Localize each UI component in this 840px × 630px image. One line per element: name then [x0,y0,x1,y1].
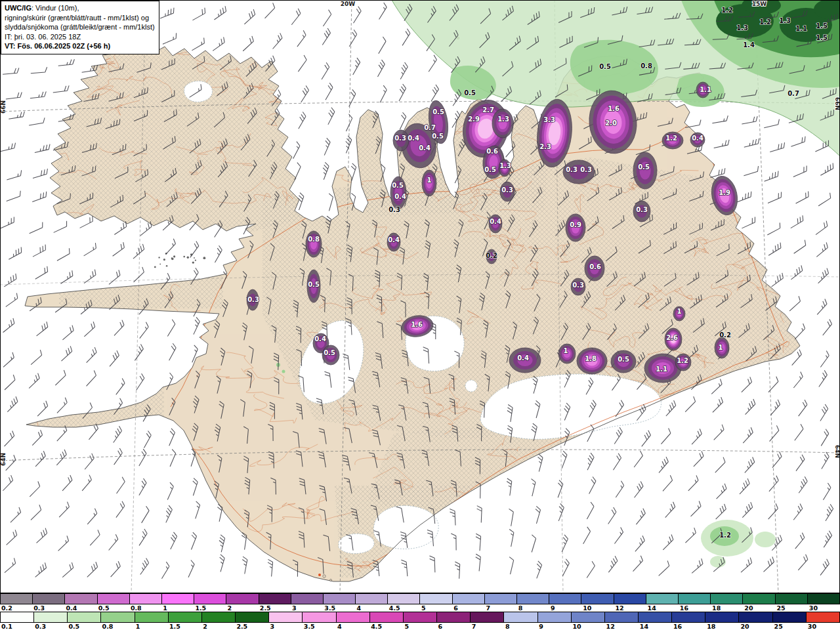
colorbar-swatch [705,612,739,622]
precip-value-label: 0.3 [394,135,406,142]
precip-value-label: 1.5 [816,34,828,41]
precip-value-label: 1.5 [816,22,828,30]
colorbar-swatch [517,594,549,604]
colorbar-tick-label: 16 [680,604,688,612]
colorbar-swatch [420,594,452,604]
colorbar-swatch [324,594,356,604]
colorbar-swatch [572,612,605,622]
precip-value-label: 0.7 [788,90,799,97]
colorbar-tick-label: 18 [707,623,715,630]
colorbar-swatch [743,594,775,604]
graticule-label: 66N [834,97,840,110]
precip-value-label: 0.6 [589,263,601,270]
colorbar-swatch [646,594,679,604]
colorbar-tick-label: 20 [740,623,749,630]
precip-value-label: 1.1 [795,25,807,32]
colorbar-swatch [303,612,336,622]
colorbar-swatch [672,612,705,622]
precip-value-label: 0.5 [464,89,476,96]
colorbar-swatch [807,612,840,622]
colorbar-tick-label: 8 [518,604,523,612]
colorbar-tick-label: 4 [337,623,342,630]
colorbar-tick-label: 10 [583,604,591,612]
colorbar-tick-label: 0.5 [98,604,110,612]
precip-cell [492,109,513,138]
colorbar-swatch [370,612,404,622]
colorbar-tick-label: 3.5 [324,604,335,612]
islet [166,265,168,267]
precip-value-label: 1.2 [719,532,731,539]
precip-value-label: 0.8 [640,62,652,70]
precip-value-label: 2.7 [482,106,494,114]
precip-value-label: 1.6 [608,105,620,112]
precip-value-label: 0.5 [432,108,444,116]
island-vestmannaeyjar [323,575,326,578]
colorbar-swatch [538,612,572,622]
precip-cell [633,152,657,189]
colorbar-tick-label: 0.2 [1,604,12,612]
colorbar-swatch [202,612,236,622]
colorbar-sleet-snow-labels: 0.20.30.40.50.811.522.533.544.5567891012… [0,604,840,612]
colorbar-tick-label: 14 [640,623,648,630]
precip-value-label: 0.3 [566,166,578,173]
islet [183,256,185,258]
colorbar-tick-label: 0.4 [66,604,77,612]
legend-colorbars: 0.20.30.40.50.811.522.533.544.5567891012… [0,593,840,630]
precip-value-label: 3.3 [543,116,555,123]
islet [203,257,206,259]
islet [173,255,175,257]
precip-value-label: 1.8 [585,355,597,362]
colorbar-swatch [226,594,259,604]
colorbar-tick-label: 5 [421,604,426,612]
precip-value-label: 0.5 [618,356,629,363]
colorbar-tick-label: 2.5 [260,604,271,612]
precip-value-label: 0.4 [388,236,400,243]
colorbar-tick-label: 1.5 [169,623,180,630]
colorbar-swatch [711,594,743,604]
colorbar-swatch [169,612,202,622]
precip-value-label: 1.4 [743,41,755,49]
precip-value-label: 0.4 [692,135,704,142]
precip-value-label: 0.3 [636,206,648,213]
weather-map: 0.52.92.71.30.30.40.70.50.40.60.51.310.5… [0,0,840,593]
precip-value-label: 0.4 [408,135,419,142]
colorbar-swatch [337,612,370,622]
colorbar-tick-label: 9 [539,623,543,630]
colorbar-tick-label: 1 [136,623,140,630]
colorbar-swatch [33,594,65,604]
precip-value-label: 0.5 [432,133,444,140]
precip-value-label: 1 [677,308,682,315]
colorbar-tick-label: 6 [438,623,443,630]
title-line-1-rest: : Vindur (10m), [32,4,79,12]
station-marker [318,574,321,576]
islet [187,257,189,259]
colorbar-tick-label: 0.5 [68,623,79,630]
model-name: UWC/IG [5,4,32,12]
precip-value-label: 0.4 [490,218,501,225]
colorbar-swatch [471,612,504,622]
colorbar-tick-label: 3.5 [304,623,315,630]
colorbar-swatch [639,612,672,622]
islet [194,257,195,259]
precip-value-label: 0.4 [419,144,430,152]
colorbar-swatch [388,594,420,604]
precip-value-label: 2.3 [539,143,551,150]
precip-value-label: 0.3 [572,282,584,289]
colorbar-tick-label: 0.3 [35,623,46,630]
colorbar-swatch [68,612,101,622]
colorbar-rain-labels: 0.10.30.50.811.522.533.544.5567891012141… [0,623,840,630]
graticule-label: 20W [341,1,356,7]
colorbar-swatch [776,594,808,604]
islet [154,266,156,268]
colorbar-tick-label: 2 [203,623,207,630]
colorbar-tick-label: 10 [572,623,581,630]
precip-value-label: 0.7 [424,124,436,131]
colorbar-swatch [504,612,537,622]
colorbar-swatch [605,612,639,622]
precip-value-label: 2.9 [468,116,480,123]
colorbar-tick-label: 6 [453,604,458,612]
colorbar-swatch [130,594,162,604]
colorbar-swatch [236,612,269,622]
colorbar-rain-swatches [0,612,840,623]
colorbar-swatch [679,594,711,604]
